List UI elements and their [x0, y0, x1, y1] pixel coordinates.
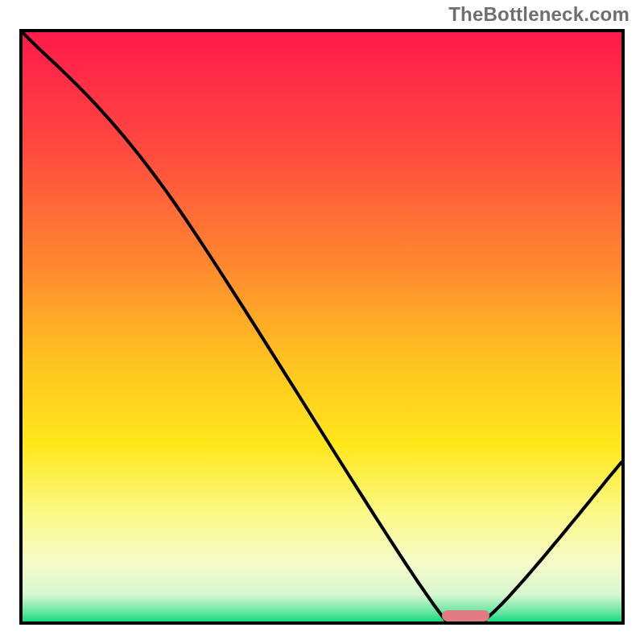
gradient-background [23, 32, 621, 621]
chart-frame: TheBottleneck.com [0, 0, 644, 644]
plot-area [19, 29, 625, 625]
optimal-range-marker [442, 610, 490, 621]
svg-rect-0 [23, 32, 621, 621]
watermark-text: TheBottleneck.com [448, 3, 630, 26]
